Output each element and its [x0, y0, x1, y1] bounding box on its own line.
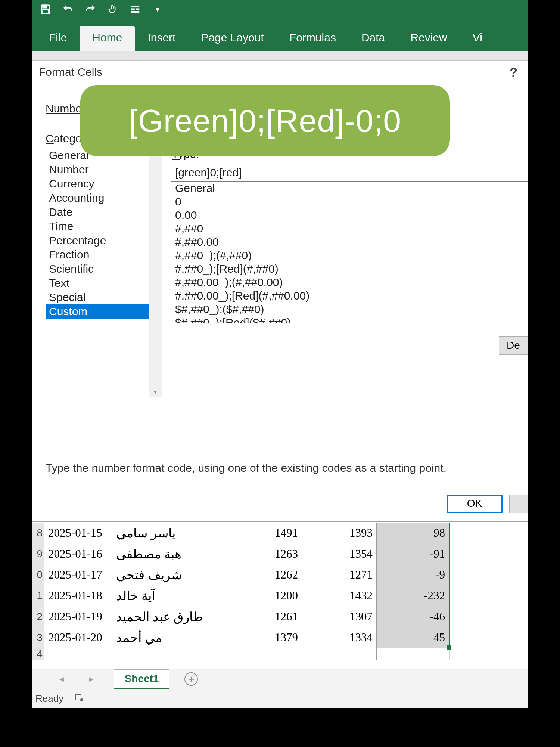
- cell[interactable]: 2025-01-17: [44, 564, 112, 585]
- cancel-button[interactable]: [509, 495, 528, 513]
- category-custom[interactable]: Custom: [46, 304, 162, 319]
- save-icon[interactable]: [38, 2, 53, 16]
- format-code-item[interactable]: $#,##0_);[Red]($#,##0): [171, 316, 528, 323]
- table-row[interactable]: 4: [32, 648, 528, 660]
- cell[interactable]: [377, 648, 450, 660]
- tab-page-layout[interactable]: Page Layout: [188, 26, 276, 51]
- spreadsheet-grid[interactable]: 8 2025-01-15 ياسر سامي 1491 1393 98 9 20…: [32, 523, 528, 660]
- form-icon[interactable]: [128, 2, 142, 16]
- redo-icon[interactable]: [83, 2, 97, 16]
- sheet-nav-next-icon[interactable]: ►: [84, 675, 99, 684]
- cell[interactable]: ياسر سامي: [112, 523, 227, 543]
- cell[interactable]: 98: [377, 523, 450, 543]
- category-currency[interactable]: Currency: [46, 177, 162, 191]
- cell[interactable]: 2025-01-19: [44, 606, 112, 627]
- cell[interactable]: [112, 648, 227, 660]
- cell[interactable]: 1261: [227, 606, 302, 627]
- cell[interactable]: 2025-01-20: [44, 627, 112, 648]
- cell[interactable]: شريف فتحي: [112, 564, 227, 585]
- selection-handle[interactable]: [447, 645, 451, 650]
- cell[interactable]: آية خالد: [112, 585, 227, 606]
- row-header[interactable]: 3: [32, 627, 44, 648]
- cell[interactable]: 45: [377, 627, 450, 648]
- tab-data[interactable]: Data: [349, 26, 398, 51]
- touch-mode-icon[interactable]: [106, 2, 120, 16]
- category-special[interactable]: Special: [46, 290, 162, 304]
- cell[interactable]: [450, 648, 513, 660]
- cell[interactable]: 2025-01-18: [44, 585, 112, 606]
- cell[interactable]: 2025-01-15: [44, 523, 112, 543]
- cell[interactable]: طارق عبد الحميد: [112, 606, 227, 627]
- cell[interactable]: 1354: [302, 543, 377, 564]
- cell[interactable]: [450, 627, 513, 648]
- table-row[interactable]: 3 2025-01-20 مي أحمد 1379 1334 45: [32, 627, 528, 648]
- format-code-item[interactable]: $#,##0_);($#,##0): [171, 303, 528, 316]
- cell[interactable]: 2025-01-16: [44, 543, 112, 564]
- scrollbar[interactable]: ▴ ▾: [149, 148, 162, 397]
- row-header[interactable]: 4: [32, 648, 44, 660]
- table-row[interactable]: 8 2025-01-15 ياسر سامي 1491 1393 98: [32, 523, 528, 543]
- cell[interactable]: مي أحمد: [112, 627, 227, 648]
- category-percentage[interactable]: Percentage: [46, 233, 162, 248]
- undo-icon[interactable]: [61, 2, 75, 16]
- format-code-item[interactable]: #,##0.00_);[Red](#,##0.00): [171, 289, 528, 303]
- row-header[interactable]: 9: [32, 543, 44, 564]
- category-accounting[interactable]: Accounting: [46, 191, 162, 205]
- category-time[interactable]: Time: [46, 219, 162, 233]
- format-code-item[interactable]: 0.00: [171, 208, 528, 222]
- tab-review[interactable]: Review: [398, 26, 460, 51]
- category-number[interactable]: Number: [46, 162, 162, 177]
- cell[interactable]: 1200: [227, 585, 302, 606]
- cell[interactable]: 1379: [227, 627, 302, 648]
- format-code-item[interactable]: #,##0_);(#,##0): [171, 249, 528, 262]
- format-code-item[interactable]: #,##0.00_);(#,##0.00): [171, 276, 528, 289]
- table-row[interactable]: 1 2025-01-18 آية خالد 1200 1432 -232: [32, 585, 528, 606]
- tab-file[interactable]: File: [36, 26, 80, 51]
- sheet-nav-prev-icon[interactable]: ◄: [54, 675, 69, 684]
- format-code-item[interactable]: 0: [171, 195, 528, 208]
- cell[interactable]: -46: [377, 606, 450, 627]
- cell[interactable]: [450, 523, 513, 543]
- category-text[interactable]: Text: [46, 276, 162, 290]
- format-code-item[interactable]: General: [171, 182, 528, 195]
- cell[interactable]: -9: [377, 564, 450, 585]
- cell[interactable]: 1262: [227, 564, 302, 585]
- add-sheet-button[interactable]: +: [184, 672, 198, 686]
- cell[interactable]: [450, 585, 513, 606]
- customize-qat-icon[interactable]: ▾: [150, 2, 165, 16]
- type-input[interactable]: [171, 164, 528, 182]
- cell[interactable]: 1271: [302, 564, 377, 585]
- category-fraction[interactable]: Fraction: [46, 248, 162, 262]
- scroll-down-icon[interactable]: ▾: [154, 388, 157, 396]
- category-scientific[interactable]: Scientific: [46, 262, 162, 276]
- row-header[interactable]: 2: [32, 606, 44, 627]
- cell[interactable]: [227, 648, 302, 660]
- macro-record-icon[interactable]: [75, 693, 84, 704]
- cell[interactable]: [450, 606, 513, 627]
- category-listbox[interactable]: General Number Currency Accounting Date …: [46, 148, 162, 397]
- table-row[interactable]: 0 2025-01-17 شريف فتحي 1262 1271 -9: [32, 564, 528, 585]
- formula-bar[interactable]: [32, 51, 528, 61]
- cell[interactable]: 1491: [227, 523, 302, 543]
- sheet-tab-sheet1[interactable]: Sheet1: [114, 669, 170, 689]
- cell[interactable]: -232: [377, 585, 450, 606]
- table-row[interactable]: 9 2025-01-16 هبة مصطفى 1263 1354 -91: [32, 543, 528, 564]
- help-button[interactable]: ?: [506, 65, 521, 80]
- category-date[interactable]: Date: [46, 205, 162, 219]
- tab-formulas[interactable]: Formulas: [277, 26, 349, 51]
- cell[interactable]: 1307: [302, 606, 377, 627]
- format-code-item[interactable]: #,##0.00: [171, 235, 528, 249]
- cell[interactable]: [302, 648, 377, 660]
- cell[interactable]: 1334: [302, 627, 377, 648]
- tab-home[interactable]: Home: [80, 26, 135, 51]
- cell[interactable]: [450, 564, 513, 585]
- format-code-listbox[interactable]: General 0 0.00 #,##0 #,##0.00 #,##0_);(#…: [171, 182, 528, 323]
- row-header[interactable]: 0: [32, 564, 44, 585]
- cell[interactable]: [450, 543, 513, 564]
- format-code-item[interactable]: #,##0: [171, 222, 528, 235]
- ok-button[interactable]: OK: [447, 495, 503, 513]
- cell[interactable]: 1432: [302, 585, 377, 606]
- row-header[interactable]: 8: [32, 523, 44, 543]
- cell[interactable]: 1393: [302, 523, 377, 543]
- cell[interactable]: -91: [377, 543, 450, 564]
